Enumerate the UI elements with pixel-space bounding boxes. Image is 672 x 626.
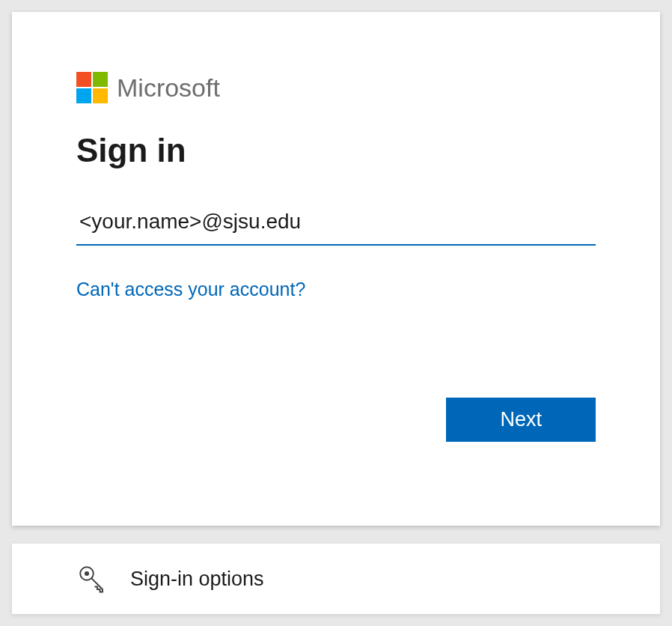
brand-name: Microsoft: [117, 73, 220, 103]
signin-title: Sign in: [76, 132, 596, 169]
signin-card: Microsoft Sign in Can't access your acco…: [12, 12, 660, 526]
next-button[interactable]: Next: [446, 398, 596, 442]
cant-access-account-link[interactable]: Can't access your account?: [76, 279, 305, 300]
button-row: Next: [76, 398, 596, 442]
email-input[interactable]: [76, 205, 596, 246]
key-icon: [76, 563, 108, 595]
brand-header: Microsoft: [76, 72, 596, 103]
microsoft-logo-icon: [76, 72, 108, 103]
signin-options-label: Sign-in options: [130, 568, 264, 591]
signin-options-button[interactable]: Sign-in options: [12, 544, 660, 614]
svg-point-1: [85, 571, 89, 576]
